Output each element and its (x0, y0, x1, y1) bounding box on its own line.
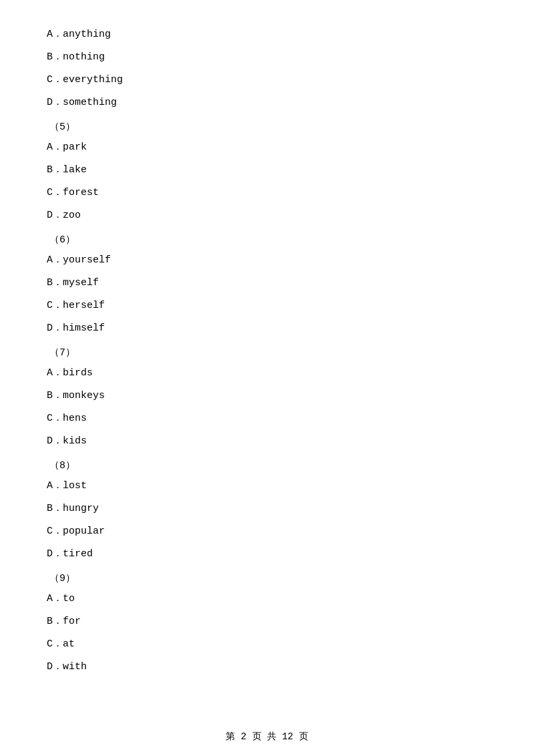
question-number: （9） (47, 572, 487, 584)
list-item: C．forest (47, 185, 487, 201)
list-item: D．with (47, 659, 487, 675)
question-number: （8） (47, 459, 487, 471)
list-item: D．kids (47, 433, 487, 449)
list-item: A．yourself (47, 252, 487, 268)
option-letter: B．for (47, 616, 81, 627)
option-letter: D．with (47, 661, 87, 673)
option-letter: C．herself (47, 300, 105, 311)
list-item: B．nothing (47, 49, 487, 65)
list-item: D．zoo (47, 208, 487, 224)
list-item: C．everything (47, 72, 487, 88)
question-number: （6） (47, 233, 487, 246)
question-block-5: （5） A．park B．lake C．forest D．zoo (47, 120, 487, 224)
list-item: B．lake (47, 162, 487, 178)
list-item: A．to (47, 591, 487, 607)
list-item: B．hungry (47, 501, 487, 517)
question-block-0: A．anything B．nothing C．everything D．some… (47, 27, 487, 111)
list-item: C．at (47, 636, 487, 652)
question-block-8: （8） A．lost B．hungry C．popular D．tired (47, 459, 487, 562)
option-letter: B．lake (47, 164, 87, 176)
option-letter: A．to (47, 593, 75, 604)
option-letter: C．everything (47, 74, 123, 85)
option-letter: A．lost (47, 480, 87, 492)
page-content: A．anything B．nothing C．everything D．some… (0, 0, 534, 722)
list-item: D．something (47, 95, 487, 111)
question-number: （5） (47, 120, 487, 133)
option-letter: B．nothing (47, 51, 105, 63)
option-letter: A．park (47, 142, 87, 153)
list-item: D．himself (47, 321, 487, 337)
option-letter: C．hens (47, 413, 87, 424)
list-item: C．hens (47, 411, 487, 427)
list-item: C．herself (47, 298, 487, 314)
option-letter: D．tired (47, 548, 93, 560)
option-letter: D．something (47, 97, 117, 108)
list-item: A．park (47, 140, 487, 156)
option-letter: C．at (47, 638, 75, 650)
list-item: A．lost (47, 478, 487, 494)
list-item: A．anything (47, 27, 487, 43)
question-block-6: （6） A．yourself B．myself C．herself D．hims… (47, 233, 487, 337)
option-letter: A．anything (47, 29, 111, 40)
list-item: C．popular (47, 524, 487, 540)
option-letter: D．himself (47, 323, 105, 334)
option-letter: C．forest (47, 187, 99, 198)
option-letter: B．monkeys (47, 390, 105, 401)
question-block-9: （9） A．to B．for C．at D．with (47, 572, 487, 675)
option-letter: D．zoo (47, 210, 81, 221)
list-item: B．myself (47, 275, 487, 291)
list-item: A．birds (47, 365, 487, 381)
list-item: D．tired (47, 546, 487, 562)
option-letter: B．myself (47, 277, 99, 289)
question-number: （7） (47, 346, 487, 359)
option-letter: C．popular (47, 526, 105, 537)
option-letter: A．yourself (47, 254, 111, 266)
list-item: B．monkeys (47, 388, 487, 404)
option-letter: B．hungry (47, 503, 99, 514)
option-letter: D．kids (47, 435, 87, 447)
option-letter: A．birds (47, 367, 93, 379)
question-block-7: （7） A．birds B．monkeys C．hens D．kids (47, 346, 487, 449)
page-footer: 第 2 页 共 12 页 (0, 731, 534, 743)
list-item: B．for (47, 614, 487, 630)
page-number: 第 2 页 共 12 页 (226, 731, 308, 742)
